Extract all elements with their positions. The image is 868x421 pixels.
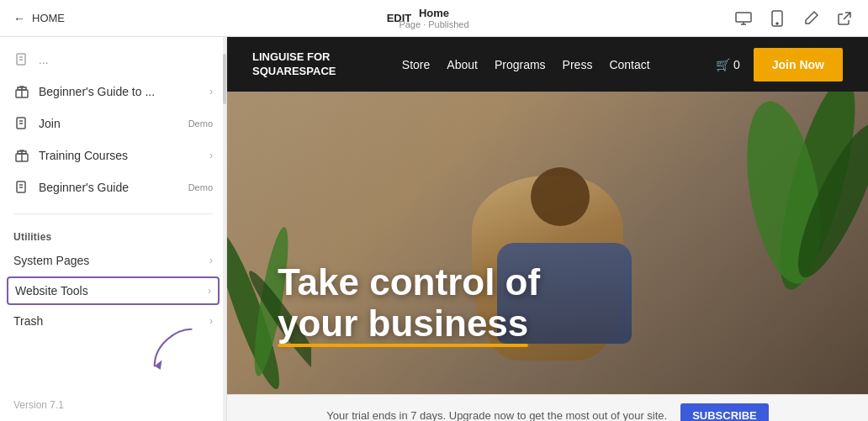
site-nav-links: Store About Programs Press Contact — [402, 58, 650, 71]
sidebar-item-website-tools[interactable]: Website Tools › — [7, 276, 220, 305]
nav-store[interactable]: Store — [402, 58, 430, 71]
external-link-icon[interactable] — [834, 8, 855, 29]
page-status: Page · Published — [399, 19, 468, 29]
website-tools-label: Website Tools — [15, 284, 199, 297]
svg-point-4 — [776, 23, 778, 24]
chevron-right-icon-2: › — [209, 150, 213, 161]
system-pages-label: System Pages — [13, 254, 201, 267]
nav-right: 🛒 0 Join Now — [716, 48, 843, 82]
sidebar-item-partial[interactable]: ... — [0, 44, 226, 76]
page-title: Home — [419, 7, 449, 19]
page-icon — [13, 51, 30, 68]
sidebar-item-beginners-guide-2[interactable]: Beginner's Guide Demo — [0, 171, 226, 203]
join-badge: Demo — [188, 118, 213, 129]
chevron-right-icon-3: › — [209, 255, 213, 266]
toolbar-right — [733, 8, 855, 29]
page-icon-2 — [13, 115, 30, 132]
site-nav: LINGUISE FOR SQUARESPACE Store About Pro… — [227, 37, 868, 92]
website-preview: LINGUISE FOR SQUARESPACE Store About Pro… — [227, 37, 868, 421]
sidebar-item-system-pages[interactable]: System Pages › — [0, 246, 226, 275]
training-label: Training Courses — [39, 149, 201, 162]
toolbar-left: ← HOME — [13, 12, 65, 25]
main-layout: ... Beginner's Guide to ... › — [0, 37, 868, 421]
version-label: Version 7.1 — [13, 399, 64, 411]
hero-line1: Take control of — [278, 261, 540, 303]
hero-line2: your business — [278, 303, 528, 344]
gift-icon — [13, 83, 30, 100]
preview-area: LINGUISE FOR SQUARESPACE Store About Pro… — [227, 37, 868, 421]
sidebar-item-beginners-guide-1[interactable]: Beginner's Guide to ... › — [0, 76, 226, 108]
beginners-guide-1-label: Beginner's Guide to ... — [39, 85, 201, 98]
trial-text: Your trial ends in 7 days. Upgrade now t… — [326, 409, 667, 421]
scrollbar-thumb[interactable] — [223, 54, 226, 104]
sidebar-item-trash[interactable]: Trash › — [0, 307, 226, 335]
page-info: Home Page · Published — [399, 7, 468, 29]
desktop-view-icon[interactable] — [733, 8, 754, 29]
home-label[interactable]: HOME — [32, 12, 65, 24]
plant-left — [227, 100, 311, 394]
mobile-view-icon[interactable] — [767, 8, 787, 29]
join-now-button[interactable]: Join Now — [754, 48, 843, 82]
partial-item-label: ... — [39, 53, 213, 66]
sidebar-item-training[interactable]: Training Courses › — [0, 139, 226, 171]
chevron-right-icon: › — [209, 86, 213, 97]
person-figure — [430, 92, 724, 394]
join-label: Join — [39, 117, 177, 130]
nav-contact[interactable]: Contact — [609, 58, 649, 71]
divider-1 — [13, 213, 213, 214]
sidebar-scroll: ... Beginner's Guide to ... › — [0, 37, 226, 392]
hero-heading: Take control of your business — [278, 262, 540, 344]
beginners-guide-2-label: Beginner's Guide — [39, 181, 177, 194]
sidebar-footer: Version 7.1 — [0, 392, 226, 421]
sidebar: ... Beginner's Guide to ... › — [0, 37, 227, 421]
hero-text: Take control of your business — [278, 262, 540, 344]
back-arrow-icon: ← — [13, 12, 25, 25]
edit-icon[interactable] — [801, 8, 821, 29]
nav-press[interactable]: Press — [563, 58, 593, 71]
scrollbar-track — [223, 37, 226, 421]
utilities-title: Utilities — [0, 224, 226, 246]
chevron-right-icon-4: › — [208, 285, 211, 297]
subscribe-button[interactable]: SUBSCRIBE — [680, 403, 769, 421]
nav-programs[interactable]: Programs — [495, 58, 546, 71]
nav-about[interactable]: About — [447, 58, 478, 71]
page-icon-3 — [13, 179, 30, 196]
svg-rect-0 — [736, 13, 751, 22]
trash-label: Trash — [13, 314, 201, 328]
trial-banner: Your trial ends in 7 days. Upgrade now t… — [227, 394, 868, 421]
cart-icon[interactable]: 🛒 0 — [716, 58, 740, 71]
toolbar: ← HOME EDIT Home Page · Published — [0, 0, 868, 37]
beginners-guide-2-badge: Demo — [188, 182, 213, 192]
courses-icon — [13, 147, 30, 164]
hero-section: Take control of your business — [227, 92, 868, 394]
sidebar-item-join[interactable]: Join Demo — [0, 108, 226, 139]
chevron-right-icon-5: › — [209, 315, 213, 327]
site-logo: LINGUISE FOR SQUARESPACE — [252, 50, 336, 79]
